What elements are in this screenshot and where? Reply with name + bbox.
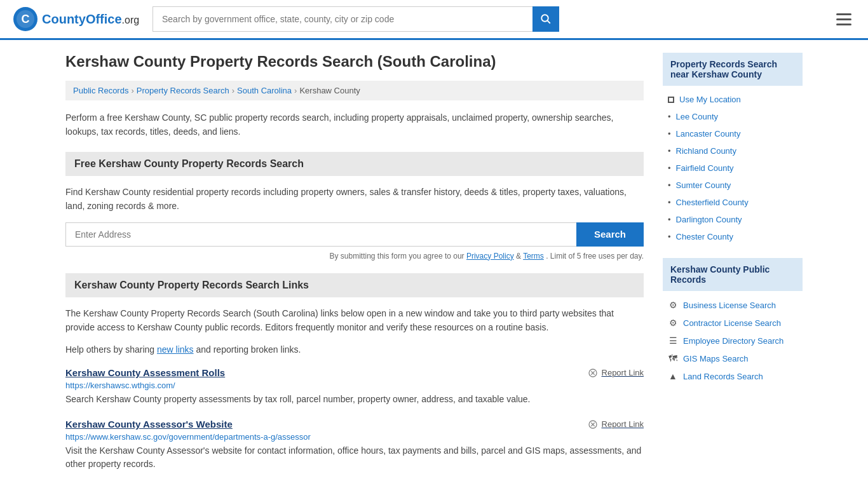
- free-search-section: Free Kershaw County Property Records Sea…: [65, 152, 644, 261]
- links-heading: Kershaw County Property Records Search L…: [65, 273, 644, 297]
- report-icon: [588, 368, 598, 378]
- sidebar-richland-county[interactable]: • Richland County: [663, 142, 803, 159]
- search-icon: [540, 13, 552, 25]
- public-records-title: Kershaw County Public Records: [663, 258, 803, 291]
- nearby-counties-section: Property Records Search near Kershaw Cou…: [663, 53, 803, 245]
- bullet-icon: •: [668, 198, 671, 207]
- map-icon: 🗺: [668, 353, 678, 363]
- sidebar-fairfield-county[interactable]: • Fairfield County: [663, 159, 803, 177]
- breadcrumb-sep: ›: [294, 86, 297, 95]
- address-form: Search: [65, 222, 644, 247]
- resource-url-assessor-website[interactable]: https://www.kershaw.sc.gov/government/de…: [65, 432, 644, 442]
- terms-link[interactable]: Terms: [523, 252, 544, 261]
- svg-point-3: [541, 15, 548, 22]
- triangle-icon: ▲: [668, 371, 678, 381]
- bullet-icon: •: [668, 146, 671, 156]
- logo-icon: C: [13, 6, 38, 32]
- breadcrumb-public-records[interactable]: Public Records: [73, 86, 128, 95]
- sidebar-darlington-county[interactable]: • Darlington County: [663, 211, 803, 228]
- free-search-heading: Free Kershaw County Property Records Sea…: [65, 152, 644, 176]
- breadcrumb-current: Kershaw County: [299, 86, 360, 95]
- public-records-section: Kershaw County Public Records ⚙ Business…: [663, 258, 803, 385]
- resource-url-assessment-rolls[interactable]: https://kershawsc.wthgis.com/: [65, 381, 644, 390]
- new-links-link[interactable]: new links: [157, 344, 194, 355]
- links-section: Kershaw County Property Records Search L…: [65, 273, 644, 471]
- contractor-license-search-link[interactable]: ⚙ Contractor License Search: [663, 314, 803, 332]
- hamburger-line: [836, 24, 851, 25]
- report-link-button-0[interactable]: Report Link: [588, 368, 644, 378]
- land-records-search-link[interactable]: ▲ Land Records Search: [663, 367, 803, 385]
- sidebar-chesterfield-county[interactable]: • Chesterfield County: [663, 194, 803, 211]
- bullet-icon: •: [668, 129, 671, 139]
- business-license-search-link[interactable]: ⚙ Business License Search: [663, 296, 803, 314]
- bullet-icon: •: [668, 232, 671, 241]
- report-link-button-1[interactable]: Report Link: [588, 419, 644, 430]
- sidebar-lancaster-county[interactable]: • Lancaster County: [663, 125, 803, 142]
- list-icon: ☰: [668, 336, 678, 346]
- address-search-button[interactable]: Search: [576, 222, 644, 247]
- links-desc: The Kershaw County Property Records Sear…: [65, 306, 644, 335]
- logo-text: CountyOffice.org: [42, 12, 139, 27]
- resource-title-assessment-rolls[interactable]: Kershaw County Assessment Rolls Report L…: [65, 367, 644, 378]
- address-input[interactable]: [65, 222, 576, 247]
- sidebar: Property Records Search near Kershaw Cou…: [663, 53, 803, 484]
- privacy-policy-link[interactable]: Privacy Policy: [466, 252, 514, 261]
- bullet-icon: •: [668, 180, 671, 190]
- breadcrumb-sep: ›: [232, 86, 234, 95]
- gear-icon: ⚙: [668, 300, 678, 310]
- employee-directory-search-link[interactable]: ☰ Employee Directory Search: [663, 332, 803, 349]
- svg-text:C: C: [22, 13, 30, 25]
- logo[interactable]: C CountyOffice.org: [13, 6, 140, 32]
- form-terms: By submitting this form you agree to our…: [65, 252, 644, 261]
- hamburger-menu-button[interactable]: [832, 10, 855, 29]
- resource-assessor-website: Kershaw County Assessor's Website Report…: [65, 419, 644, 471]
- sidebar-chester-county[interactable]: • Chester County: [663, 228, 803, 245]
- breadcrumb-sep: ›: [131, 86, 133, 95]
- hamburger-line: [836, 18, 851, 20]
- resource-desc-assessor-website: Visit the Kershaw County Assessor's webs…: [65, 444, 644, 471]
- svg-line-4: [548, 21, 550, 24]
- hamburger-line: [836, 13, 851, 15]
- sidebar-sumter-county[interactable]: • Sumter County: [663, 177, 803, 194]
- breadcrumb-property-records[interactable]: Property Records Search: [137, 86, 229, 95]
- resource-assessment-rolls: Kershaw County Assessment Rolls Report L…: [65, 367, 644, 406]
- global-search-input[interactable]: [153, 6, 532, 32]
- location-dot-icon: [668, 97, 674, 103]
- gear-icon: ⚙: [668, 318, 678, 328]
- sidebar-lee-county[interactable]: • Lee County: [663, 108, 803, 125]
- use-my-location-link[interactable]: Use My Location: [663, 91, 803, 108]
- gis-maps-search-link[interactable]: 🗺 GIS Maps Search: [663, 349, 803, 367]
- report-icon: [588, 419, 598, 430]
- page-title: Kershaw County Property Records Search (…: [65, 53, 644, 71]
- breadcrumb-state[interactable]: South Carolina: [237, 86, 292, 95]
- page-intro: Perform a free Kershaw County, SC public…: [65, 111, 644, 139]
- bullet-icon: •: [668, 215, 671, 224]
- free-search-desc: Find Kershaw County residential property…: [65, 185, 644, 214]
- bullet-icon: •: [668, 112, 671, 121]
- resource-desc-assessment-rolls: Search Kershaw County property assessmen…: [65, 393, 644, 406]
- global-search: [153, 6, 559, 32]
- share-note: Help others by sharing new links and rep…: [65, 344, 644, 355]
- breadcrumb: Public Records › Property Records Search…: [65, 81, 644, 100]
- global-search-button[interactable]: [532, 6, 559, 32]
- bullet-icon: •: [668, 163, 671, 173]
- resource-title-assessor-website[interactable]: Kershaw County Assessor's Website Report…: [65, 419, 644, 430]
- nearby-counties-title: Property Records Search near Kershaw Cou…: [663, 53, 803, 86]
